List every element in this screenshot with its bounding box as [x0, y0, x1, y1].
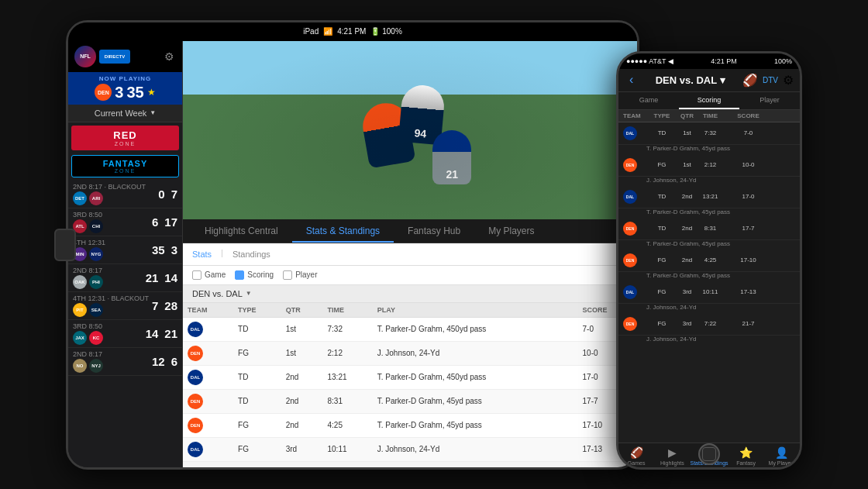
phone-home-button[interactable]	[698, 443, 720, 465]
game-teams: ATL CHI	[73, 219, 150, 233]
game-teams: OAK PHI	[73, 275, 143, 289]
phone-table-row[interactable]: DAL FG 3rd 10:11 17-13 J. Johnson, 24-Yd	[618, 281, 800, 313]
phone-tab-scoring[interactable]: Scoring	[679, 92, 739, 109]
game-info: 2ND 8:17 OAK PHI	[73, 267, 143, 289]
phone-tab-game[interactable]: Game	[618, 92, 679, 109]
table-row[interactable]: DAL TD 2nd 13:21 T. Parker-D Grahm, 450y…	[183, 365, 637, 389]
phone-table-row[interactable]: DEN TD 2nd 8:31 17-7 T. Parker-D Grahm, …	[618, 218, 800, 250]
cell-time: 7:32	[322, 317, 372, 341]
checkbox-player[interactable]	[283, 270, 292, 280]
filter-scoring[interactable]: Scoring	[235, 270, 274, 280]
table-row[interactable]: DAL FG 3rd 10:11 J. Johnson, 24-Yd 17-13	[183, 437, 637, 461]
col-type: TYPE	[646, 112, 677, 119]
checkbox-scoring[interactable]	[235, 270, 244, 280]
phone-tab-player[interactable]: Player	[739, 92, 800, 109]
phone-match-title: DEN vs. DAL ▾	[638, 74, 742, 86]
filter-player[interactable]: Player	[283, 270, 317, 280]
phone-table-row[interactable]: DEN FG 3rd 7:22 21-7 J. Johnson, 24-Yd	[618, 313, 800, 345]
red-zone-banner[interactable]: RED ZONE	[71, 126, 179, 150]
current-week-selector[interactable]: Current Week ▼	[68, 105, 182, 122]
game-period: 3RD 8:50	[73, 211, 150, 219]
sidebar-game-item[interactable]: 2ND 8:17 OAK PHI 21 14	[68, 264, 182, 292]
phone-dtv-icon: DTV	[763, 76, 778, 84]
phone-table-row[interactable]: DAL TD 1st 7:32 7-0 T. Parker-D Grahm, 4…	[618, 122, 800, 154]
cell-time: 4:25	[322, 413, 372, 437]
current-week-label: Current Week	[95, 108, 147, 118]
phone-status-left: ●●●●● AT&T ◀	[626, 57, 673, 65]
sidebar-game-item[interactable]: 3RD 8:50 JAX KC 14 21	[68, 320, 182, 348]
now-playing-section[interactable]: NOW PLAYING DEN 3 35 ★	[68, 72, 182, 105]
table-row[interactable]: DAL TD 1st 7:32 T. Parker-D Grahm, 450yd…	[183, 317, 637, 341]
main-tab-fantasy-hub[interactable]: Fantasy Hub	[394, 219, 474, 243]
filter-game[interactable]: Game	[192, 270, 226, 280]
phone-cell-score: 17-10	[724, 257, 773, 263]
main-tab-my-players[interactable]: My Players	[474, 219, 548, 243]
table-row[interactable]: DEN FG 2nd 4:25 T. Parker-D Grahm, 45yd …	[183, 413, 637, 437]
game-list: 2ND 8:17 · BLACKOUT DET ARI 0 7 3RD 8:50…	[68, 181, 182, 467]
sidebar-game-item[interactable]: 3RD 8:50 ATL CHI 6 17	[68, 208, 182, 236]
score1: 12	[152, 355, 165, 368]
phone-cell-play: J. Johnson, 24-Yd	[618, 304, 800, 313]
score-right: 35	[126, 84, 143, 102]
now-playing-label: NOW PLAYING	[73, 75, 177, 82]
score-display: 14 21	[146, 327, 177, 340]
settings-icon[interactable]: ⚙	[162, 50, 176, 64]
col-score: SCORE	[724, 112, 773, 119]
checkbox-game[interactable]	[192, 270, 202, 280]
favorite-star[interactable]: ★	[147, 87, 156, 98]
bottom-nav-highlights[interactable]: ▶ Highlights	[654, 446, 690, 466]
score-display: 35 3	[152, 243, 177, 257]
score-display: 12 6	[152, 355, 177, 368]
bottom-nav-my players[interactable]: 👤 My Players	[764, 446, 800, 466]
col-time: TIME	[697, 112, 724, 119]
sidebar-game-item[interactable]: 4TH 12:31 · BLACKOUT PIT SEA 7 28	[68, 292, 182, 320]
cell-team: DAL	[183, 437, 233, 461]
game-info: 4TH 12:31 · BLACKOUT PIT SEA	[73, 294, 150, 317]
bottom-nav-games[interactable]: 🏈 Games	[618, 446, 654, 466]
main-tab-stats-&-standings[interactable]: Stats & Standings	[292, 219, 394, 243]
tablet-home-button[interactable]	[54, 229, 76, 261]
phone-cell-time: 13:21	[697, 193, 724, 200]
phone-row-data: DAL TD 2nd 13:21 17-0	[618, 186, 800, 208]
red-zone-sub-text: ZONE	[75, 141, 175, 146]
bottom-nav-fantasy[interactable]: ⭐ Fantasy	[728, 446, 764, 466]
phone-settings-icon[interactable]: ⚙	[783, 73, 794, 88]
main-tab-highlights-central[interactable]: Highlights Central	[191, 219, 292, 243]
phone-cell-play: J. Johnson, 24-Yd	[618, 336, 800, 345]
phone-table-row[interactable]: DEN FG 1st 2:12 10-0 J. Johnson, 24-Yd	[618, 154, 800, 186]
phone-table-row[interactable]: DAL TD 2nd 13:21 17-0 T. Parker-D Grahm,…	[618, 186, 800, 218]
fantasy-zone-banner[interactable]: FANTASY ZONE	[71, 155, 179, 177]
score1: 21	[146, 271, 159, 284]
team-logo-table: DEN	[188, 394, 203, 409]
standings-sub-tab[interactable]: Standings	[232, 248, 270, 260]
phone-cell-qtr: 2nd	[677, 225, 697, 232]
game-info: 2ND 8:17 · BLACKOUT DET ARI	[73, 183, 156, 205]
cell-type: TD	[233, 389, 281, 413]
score1: 0	[158, 188, 164, 201]
game-info: 3RD 8:50 JAX KC	[73, 322, 143, 345]
team1-logo: PIT	[73, 303, 87, 317]
phone-cell-team: DAL	[623, 126, 646, 140]
phone-cell-qtr: 2nd	[677, 193, 697, 200]
stats-sub-tab[interactable]: Stats	[192, 248, 212, 260]
nfl-logo: NFL	[74, 46, 96, 67]
matchup-selector[interactable]: DEN vs. DAL ▼	[183, 285, 637, 303]
video-player[interactable]: 94 21	[183, 41, 637, 219]
phone-cell-score: 7-0	[724, 129, 773, 136]
sidebar-game-item[interactable]: 2ND 8:17 NO NYJ 12 6	[68, 348, 182, 376]
scoring-area: Stats | Standings Game Scoring Player DE…	[183, 243, 637, 467]
team2-logo: NYJ	[89, 359, 103, 373]
cell-type: FG	[233, 413, 281, 437]
phone-cell-score: 17-7	[724, 225, 773, 232]
phone-cell-team: DAL	[623, 285, 646, 299]
phone-cell-team: DEN	[623, 158, 646, 172]
phone-table-row[interactable]: DEN FG 2nd 4:25 17-10 T. Parker-D Grahm,…	[618, 250, 800, 281]
team1-logo: DET	[73, 191, 87, 205]
sidebar-game-item[interactable]: 4TH 12:31 MIN NYG 35 3	[68, 236, 182, 264]
table-row[interactable]: DEN TD 2nd 8:31 T. Parker-D Grahm, 45yd …	[183, 389, 637, 413]
sidebar-game-item[interactable]: 2ND 8:17 · BLACKOUT DET ARI 0 7	[68, 181, 182, 208]
score-display: 0 7	[158, 188, 177, 201]
back-button[interactable]: ‹	[625, 73, 638, 87]
game-teams: DET ARI	[73, 191, 156, 205]
table-row[interactable]: DEN FG 1st 2:12 J. Johnson, 24-Yd 10-0	[183, 341, 637, 365]
